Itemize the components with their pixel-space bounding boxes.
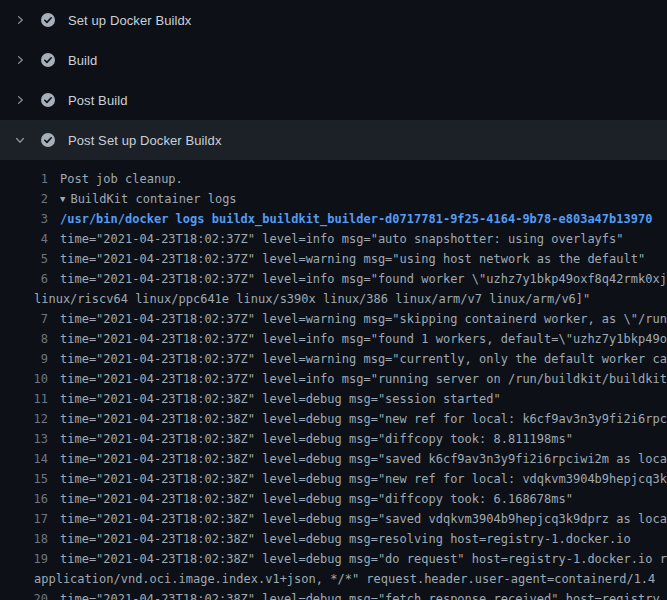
log-group-caret-icon[interactable]: ▼ (48, 189, 65, 209)
log-lines: 1Post job cleanup.2▼BuildKit container l… (0, 160, 667, 600)
log-line: 18time="2021-04-23T18:02:38Z" level=debu… (0, 529, 667, 549)
log-line-number[interactable]: 6 (0, 269, 48, 289)
log-line: 13time="2021-04-23T18:02:38Z" level=debu… (0, 429, 667, 449)
log-line-text: Post job cleanup. (48, 169, 183, 189)
log-command-text: /usr/bin/docker logs buildx_buildkit_bui… (48, 209, 652, 229)
log-line-text: time="2021-04-23T18:02:38Z" level=debug … (48, 469, 667, 489)
log-line-continuation: application/vnd.oci.image.index.v1+json,… (0, 569, 667, 589)
log-line: 19time="2021-04-23T18:02:38Z" level=debu… (0, 549, 667, 569)
log-line-text: application/vnd.oci.image.index.v1+json,… (34, 569, 655, 589)
log-line-text: time="2021-04-23T18:02:37Z" level=warnin… (48, 349, 667, 369)
log-line: 16time="2021-04-23T18:02:38Z" level=debu… (0, 489, 667, 509)
check-circle-icon (40, 92, 56, 108)
chevron-right-icon (12, 52, 28, 68)
log-line-text: time="2021-04-23T18:02:38Z" level=debug … (48, 489, 573, 509)
log-line-number[interactable]: 3 (0, 209, 48, 229)
log-line-number[interactable]: 2 (0, 189, 48, 209)
log-line-number[interactable]: 20 (0, 589, 48, 600)
log-line-number[interactable]: 9 (0, 349, 48, 369)
log-line-text: time="2021-04-23T18:02:37Z" level=warnin… (48, 249, 645, 269)
log-line-number[interactable]: 12 (0, 409, 48, 429)
log-line-number[interactable]: 18 (0, 529, 48, 549)
log-line: 2▼BuildKit container logs (0, 189, 667, 209)
log-line-number[interactable]: 5 (0, 249, 48, 269)
log-line-number[interactable]: 19 (0, 549, 48, 569)
log-line: 7time="2021-04-23T18:02:37Z" level=warni… (0, 309, 667, 329)
log-line-text: time="2021-04-23T18:02:37Z" level=info m… (48, 329, 667, 349)
log-line-text: BuildKit container logs (65, 189, 236, 209)
step-post-setup-docker-buildx[interactable]: Post Set up Docker Buildx (0, 120, 667, 160)
log-line: 17time="2021-04-23T18:02:38Z" level=debu… (0, 509, 667, 529)
log-line: 5time="2021-04-23T18:02:37Z" level=warni… (0, 249, 667, 269)
log-line-text: time="2021-04-23T18:02:38Z" level=debug … (48, 449, 667, 469)
step-post-build[interactable]: Post Build (0, 80, 667, 120)
chevron-down-icon (12, 132, 28, 148)
log-line-number[interactable]: 15 (0, 469, 48, 489)
actions-log-viewer: Set up Docker Buildx Build Post Build (0, 0, 667, 600)
log-line-number[interactable]: 8 (0, 329, 48, 349)
log-line-number[interactable]: 16 (0, 489, 48, 509)
log-line-text: time="2021-04-23T18:02:38Z" level=debug … (48, 389, 501, 409)
log-line-text: time="2021-04-23T18:02:37Z" level=info m… (48, 269, 667, 289)
step-label: Post Set up Docker Buildx (68, 133, 222, 148)
log-line: 8time="2021-04-23T18:02:37Z" level=info … (0, 329, 667, 349)
steps-list: Set up Docker Buildx Build Post Build (0, 0, 667, 160)
log-line: 3/usr/bin/docker logs buildx_buildkit_bu… (0, 209, 667, 229)
log-line-number[interactable]: 14 (0, 449, 48, 469)
check-circle-icon (40, 52, 56, 68)
log-line: 14time="2021-04-23T18:02:38Z" level=debu… (0, 449, 667, 469)
log-line-number[interactable]: 7 (0, 309, 48, 329)
log-line: 11time="2021-04-23T18:02:38Z" level=debu… (0, 389, 667, 409)
log-line-text: time="2021-04-23T18:02:38Z" level=debug … (48, 549, 667, 569)
log-line-number[interactable]: 11 (0, 389, 48, 409)
log-line-number[interactable]: 4 (0, 229, 48, 249)
step-build[interactable]: Build (0, 40, 667, 80)
log-line-text: time="2021-04-23T18:02:37Z" level=info m… (48, 369, 667, 389)
log-line-number[interactable]: 10 (0, 369, 48, 389)
log-line-number[interactable]: 13 (0, 429, 48, 449)
step-label: Build (68, 53, 97, 68)
log-line-text: time="2021-04-23T18:02:38Z" level=debug … (48, 529, 631, 549)
step-setup-docker-buildx[interactable]: Set up Docker Buildx (0, 0, 667, 40)
log-line: 1Post job cleanup. (0, 169, 667, 189)
step-label: Post Build (68, 93, 128, 108)
log-line-text: time="2021-04-23T18:02:37Z" level=warnin… (48, 309, 667, 329)
log-line: 4time="2021-04-23T18:02:37Z" level=info … (0, 229, 667, 249)
chevron-right-icon (12, 92, 28, 108)
log-line-text: time="2021-04-23T18:02:38Z" level=debug … (48, 589, 660, 600)
log-line: 10time="2021-04-23T18:02:37Z" level=info… (0, 369, 667, 389)
check-circle-icon (40, 132, 56, 148)
log-line: 9time="2021-04-23T18:02:37Z" level=warni… (0, 349, 667, 369)
log-line-text: linux/riscv64 linux/ppc641e linux/s390x … (34, 289, 590, 309)
log-line-text: time="2021-04-23T18:02:37Z" level=info m… (48, 229, 624, 249)
log-line: 12time="2021-04-23T18:02:38Z" level=debu… (0, 409, 667, 429)
log-line-text: time="2021-04-23T18:02:38Z" level=debug … (48, 429, 573, 449)
log-line-number[interactable]: 1 (0, 169, 48, 189)
step-label: Set up Docker Buildx (68, 13, 191, 28)
log-line-number[interactable]: 17 (0, 509, 48, 529)
log-line-text: time="2021-04-23T18:02:38Z" level=debug … (48, 409, 667, 429)
check-circle-icon (40, 12, 56, 28)
log-line: 6time="2021-04-23T18:02:37Z" level=info … (0, 269, 667, 289)
log-line: 20time="2021-04-23T18:02:38Z" level=debu… (0, 589, 667, 600)
log-line-text: time="2021-04-23T18:02:38Z" level=debug … (48, 509, 667, 529)
log-line-continuation: linux/riscv64 linux/ppc641e linux/s390x … (0, 289, 667, 309)
chevron-right-icon (12, 12, 28, 28)
log-line: 15time="2021-04-23T18:02:38Z" level=debu… (0, 469, 667, 489)
